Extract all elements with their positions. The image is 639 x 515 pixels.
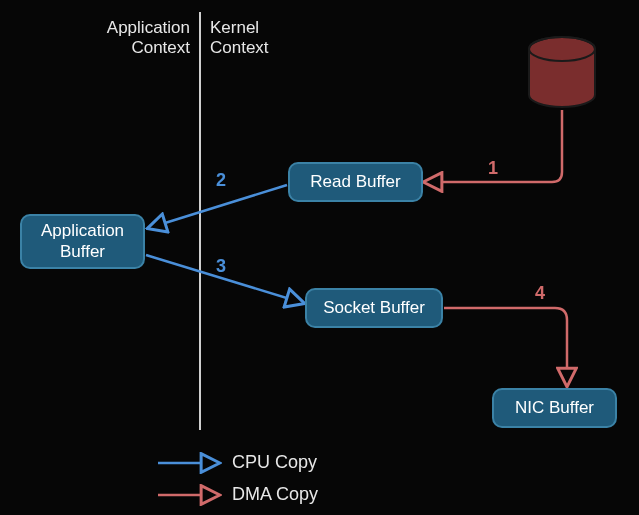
box-nic-buffer: NIC Buffer	[492, 388, 617, 428]
arrow-step-2	[149, 185, 287, 228]
diagram-canvas: Application Context Kernel Context Appli…	[0, 0, 639, 515]
box-socket-buffer: Socket Buffer	[305, 288, 443, 328]
label-step-3: 3	[216, 256, 226, 277]
disk-icon	[527, 35, 597, 109]
label-step-4: 4	[535, 283, 545, 304]
label-step-2: 2	[216, 170, 226, 191]
legend-cpu-copy: CPU Copy	[232, 452, 317, 473]
label-kernel-context: Kernel Context	[210, 18, 300, 59]
label-step-1: 1	[488, 158, 498, 179]
label-application-context: Application Context	[100, 18, 190, 59]
box-application-buffer: Application Buffer	[20, 214, 145, 269]
box-read-buffer: Read Buffer	[288, 162, 423, 202]
arrow-step-4	[444, 308, 567, 385]
legend-dma-copy: DMA Copy	[232, 484, 318, 505]
